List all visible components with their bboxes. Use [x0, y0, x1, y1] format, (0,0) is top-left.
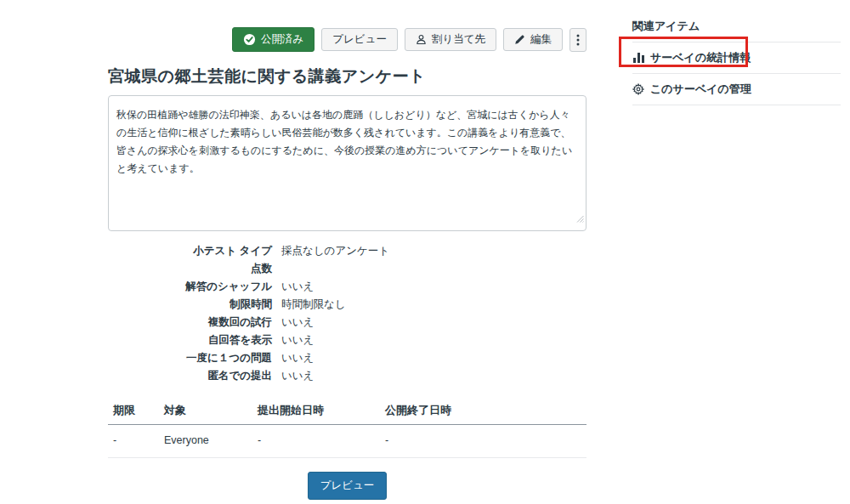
pencil-icon — [514, 34, 525, 45]
cell-until: - — [380, 425, 586, 458]
col-header-due: 期限 — [108, 403, 159, 425]
due-dates-table: 期限 対象 提出開始日時 公開終了日時 - Everyone - - — [108, 403, 586, 458]
cell-for: Everyone — [159, 425, 252, 458]
check-circle-icon — [243, 33, 256, 46]
sidebar-item-manage-survey[interactable]: このサーベイの管理 — [632, 74, 841, 105]
bar-chart-icon — [632, 53, 644, 63]
published-button[interactable]: 公開済み — [232, 27, 314, 52]
sidebar-title: 関連アイテム — [632, 17, 841, 42]
detail-label: 制限時間 — [108, 296, 272, 314]
related-items-sidebar: 関連アイテム サーベイの統計情報 このサーベイの管理 — [632, 17, 841, 105]
col-header-available-from: 提出開始日時 — [252, 403, 380, 425]
published-label: 公開済み — [261, 34, 303, 45]
col-header-until: 公開終了日時 — [380, 403, 586, 425]
detail-value: 時間制限なし — [281, 296, 346, 314]
detail-row-quiz-type: 小テスト タイプ 採点なしのアンケート — [108, 242, 586, 260]
user-icon — [416, 34, 427, 45]
detail-row-view-responses: 自回答を表示 いいえ — [108, 331, 586, 349]
cell-due: - — [108, 425, 159, 458]
detail-value: いいえ — [281, 367, 314, 385]
detail-value: いいえ — [281, 314, 314, 331]
page-title: 宮城県の郷土芸能に関する講義アンケート — [108, 65, 586, 88]
detail-row-one-question: 一度に１つの問題 いいえ — [108, 349, 586, 367]
preview-quiz-button[interactable]: プレビュー — [308, 472, 388, 500]
quiz-description-text: 秋保の田植踊や雄勝の法印神楽、あるいは各地の鹿踊（ししおどり）など、宮城には古く… — [116, 106, 578, 178]
sidebar-item-label: このサーベイの管理 — [650, 82, 751, 97]
kebab-menu-icon — [576, 34, 580, 46]
detail-label: 解答のシャッフル — [108, 278, 272, 296]
quiz-description-box[interactable]: 秋保の田植踊や雄勝の法印神楽、あるいは各地の鹿踊（ししおどり）など、宮城には古く… — [108, 95, 586, 231]
detail-label: 複数回の試行 — [108, 314, 272, 331]
sidebar-item-label: サーベイの統計情報 — [650, 50, 751, 65]
preview-label: プレビュー — [332, 34, 387, 45]
detail-row-anonymous: 匿名での提出 いいえ — [108, 367, 586, 385]
detail-row-shuffle: 解答のシャッフル いいえ — [108, 278, 586, 296]
detail-label: 一度に１つの問題 — [108, 349, 272, 367]
detail-label: 自回答を表示 — [108, 331, 272, 349]
detail-row-multiple-attempts: 複数回の試行 いいえ — [108, 314, 586, 331]
edit-button[interactable]: 編集 — [503, 28, 563, 51]
sidebar-item-survey-statistics[interactable]: サーベイの統計情報 — [632, 42, 841, 74]
quiz-details-list: 小テスト タイプ 採点なしのアンケート 点数 解答のシャッフル いいえ 制限時間… — [108, 242, 586, 385]
gear-icon — [632, 83, 644, 95]
detail-value: 採点なしのアンケート — [281, 242, 389, 260]
detail-value: いいえ — [281, 331, 314, 349]
preview-button[interactable]: プレビュー — [321, 28, 398, 51]
table-row: - Everyone - - — [108, 425, 586, 458]
main-content: 公開済み プレビュー 割り当て先 — [108, 17, 586, 500]
detail-row-time-limit: 制限時間 時間制限なし — [108, 296, 586, 314]
col-header-for: 対象 — [159, 403, 252, 425]
detail-label: 匿名での提出 — [108, 367, 272, 385]
footer-actions: プレビュー — [108, 472, 586, 500]
edit-label: 編集 — [530, 34, 552, 45]
quiz-toolbar: 公開済み プレビュー 割り当て先 — [108, 27, 586, 52]
detail-label: 小テスト タイプ — [108, 242, 272, 260]
assign-to-button[interactable]: 割り当て先 — [405, 28, 496, 51]
assign-to-label: 割り当て先 — [432, 34, 485, 45]
detail-value: いいえ — [281, 278, 314, 296]
cell-available-from: - — [252, 425, 380, 458]
detail-row-points: 点数 — [108, 260, 586, 278]
more-options-button[interactable] — [570, 28, 586, 52]
detail-label: 点数 — [108, 260, 272, 278]
quiz-show-page: 公開済み プレビュー 割り当て先 — [0, 0, 850, 504]
detail-value: いいえ — [281, 349, 314, 367]
resize-handle-icon[interactable] — [575, 211, 584, 229]
table-header-row: 期限 対象 提出開始日時 公開終了日時 — [108, 403, 586, 425]
